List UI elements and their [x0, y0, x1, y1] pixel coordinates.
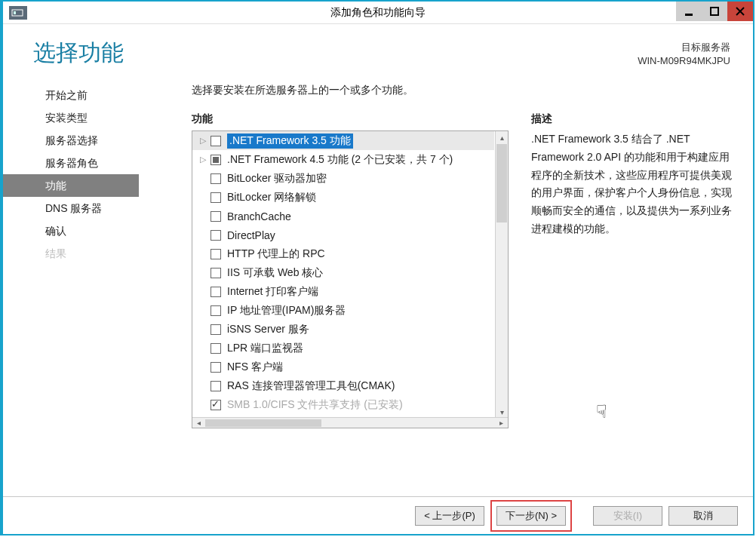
previous-button[interactable]: < 上一步(P) [415, 506, 484, 526]
close-button[interactable] [727, 2, 753, 21]
feature-row[interactable]: LPR 端口监视器 [192, 339, 494, 357]
feature-label: DirectPlay [227, 229, 275, 241]
feature-label: BitLocker 驱动器加密 [227, 172, 327, 186]
feature-label: .NET Framework 4.5 功能 (2 个已安装，共 7 个) [227, 153, 453, 167]
checkbox[interactable] [211, 324, 221, 335]
cancel-button[interactable]: 取消 [668, 506, 738, 526]
feature-label: HTTP 代理上的 RPC [227, 247, 325, 261]
feature-row[interactable]: BranchCache [192, 207, 494, 226]
horizontal-scrollbar[interactable]: ◂ ▸ [192, 417, 508, 428]
scroll-left-icon[interactable]: ◂ [192, 419, 205, 427]
feature-label: NFS 客户端 [227, 361, 283, 374]
feature-listbox: ▷ .NET Framework 3.5 功能 ▷ .NET Framework… [192, 130, 509, 428]
feature-row[interactable]: IIS 可承载 Web 核心 [192, 263, 494, 282]
feature-label: SMB 1.0/CIFS 文件共享支持 (已安装) [227, 398, 403, 412]
checkbox[interactable] [211, 155, 221, 165]
window-title: 添加角色和功能向导 [330, 6, 426, 20]
checkbox[interactable] [211, 362, 221, 373]
scroll-up-icon[interactable]: ▴ [496, 131, 508, 144]
checkbox[interactable] [211, 249, 221, 259]
sidebar-item-features[interactable]: 功能 [3, 174, 139, 197]
checkbox[interactable] [211, 211, 221, 222]
checkbox[interactable] [211, 381, 221, 391]
destination-label: 目标服务器 [638, 41, 730, 54]
scroll-thumb[interactable] [205, 419, 321, 427]
minimize-button[interactable] [676, 2, 702, 21]
sidebar-item-confirm[interactable]: 确认 [3, 219, 139, 242]
scroll-thumb[interactable] [496, 144, 507, 222]
destination-info: 目标服务器 WIN-M09R94MKJPU [638, 41, 730, 68]
feature-row[interactable]: IP 地址管理(IPAM)服务器 [192, 301, 494, 320]
feature-row[interactable]: RAS 连接管理器管理工具包(CMAK) [192, 376, 494, 395]
description-label: 描述 [531, 112, 738, 126]
description-text: .NET Framework 3.5 结合了 .NET Framework 2.… [531, 130, 738, 238]
checkbox[interactable] [211, 230, 221, 241]
sidebar-item-install-type[interactable]: 安装类型 [3, 106, 139, 129]
scroll-down-icon[interactable]: ▾ [496, 406, 508, 418]
next-button-highlight: 下一步(N) > [490, 500, 572, 532]
feature-label: iSNS Server 服务 [227, 323, 309, 336]
page-title: 选择功能 [33, 38, 124, 69]
install-button: 安装(I) [593, 506, 662, 526]
feature-row[interactable]: Internet 打印客户端 [192, 282, 494, 301]
checkbox[interactable] [211, 305, 221, 316]
maximize-button[interactable] [702, 2, 727, 21]
feature-label: RAS 连接管理器管理工具包(CMAK) [227, 379, 395, 393]
checkbox[interactable] [211, 268, 221, 278]
feature-label: Internet 打印客户端 [227, 285, 318, 299]
feature-row[interactable]: HTTP 代理上的 RPC [192, 244, 494, 263]
scroll-right-icon[interactable]: ▸ [495, 419, 508, 427]
sidebar-item-server-roles[interactable]: 服务器角色 [3, 152, 139, 174]
feature-row[interactable]: SMB 1.0/CIFS 文件共享支持 (已安装) [192, 395, 494, 414]
svg-rect-2 [685, 14, 693, 16]
feature-row[interactable]: ▷ .NET Framework 3.5 功能 [192, 131, 494, 150]
expand-icon[interactable]: ▷ [200, 136, 211, 146]
feature-row[interactable]: ▷ .NET Framework 4.5 功能 (2 个已安装，共 7 个) [192, 150, 494, 169]
next-button[interactable]: 下一步(N) > [496, 506, 566, 526]
expand-icon[interactable]: ▷ [200, 155, 211, 164]
vertical-scrollbar[interactable]: ▴ ▾ [495, 131, 508, 418]
instruction-text: 选择要安装在所选服务器上的一个或多个功能。 [192, 84, 675, 97]
features-label: 功能 [192, 112, 509, 126]
feature-label: BranchCache [227, 210, 291, 222]
sidebar-item-results: 结果 [3, 242, 139, 265]
wizard-footer: < 上一步(P) 下一步(N) > 安装(I) 取消 [3, 496, 753, 534]
svg-rect-3 [711, 8, 718, 15]
checkbox[interactable] [211, 173, 221, 184]
app-icon [9, 6, 27, 20]
checkbox[interactable] [211, 343, 221, 354]
titlebar: 添加角色和功能向导 [3, 2, 753, 24]
wizard-sidebar: 开始之前 安装类型 服务器选择 服务器角色 功能 DNS 服务器 确认 结果 [3, 76, 139, 428]
feature-row[interactable]: iSNS Server 服务 [192, 320, 494, 339]
sidebar-item-server-selection[interactable]: 服务器选择 [3, 129, 139, 152]
checkbox[interactable] [211, 192, 221, 203]
feature-row[interactable]: BitLocker 网络解锁 [192, 188, 494, 207]
destination-name: WIN-M09R94MKJPU [638, 54, 730, 68]
sidebar-item-before[interactable]: 开始之前 [3, 84, 139, 106]
checkbox[interactable] [211, 136, 221, 146]
checkbox[interactable] [211, 287, 221, 297]
feature-row[interactable]: BitLocker 驱动器加密 [192, 169, 494, 188]
feature-label: IP 地址管理(IPAM)服务器 [227, 304, 346, 318]
feature-label: LPR 端口监视器 [227, 342, 303, 355]
sidebar-item-dns[interactable]: DNS 服务器 [3, 197, 139, 219]
feature-row[interactable]: DirectPlay [192, 226, 494, 244]
feature-label: IIS 可承载 Web 核心 [227, 266, 323, 280]
feature-row[interactable]: NFS 客户端 [192, 357, 494, 376]
feature-label: BitLocker 网络解锁 [227, 191, 316, 204]
feature-label: .NET Framework 3.5 功能 [227, 133, 353, 149]
checkbox[interactable] [211, 400, 221, 410]
svg-rect-1 [14, 11, 16, 14]
